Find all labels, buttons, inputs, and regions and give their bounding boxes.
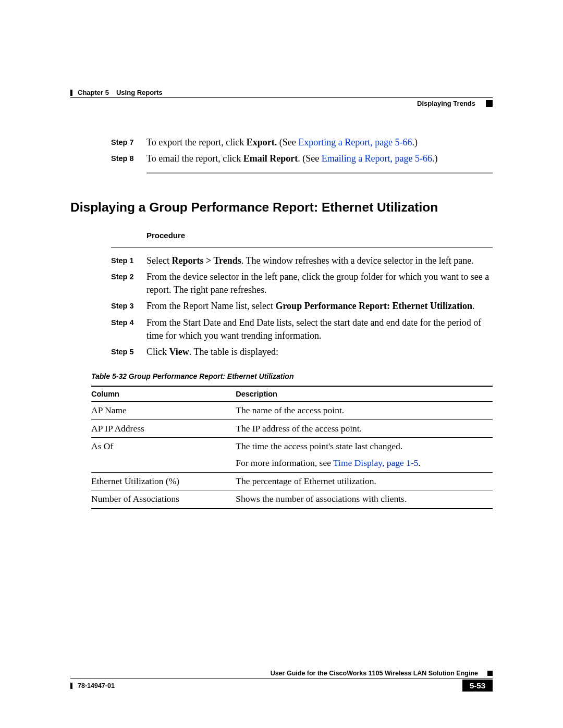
text-fragment: Reports > Trends	[172, 255, 241, 266]
text-fragment: From the device selector in the left pan…	[146, 272, 489, 295]
page-number: 5-53	[462, 680, 493, 692]
step-label: Step 5	[111, 346, 146, 359]
footer-guide-title: User Guide for the CiscoWorks 1105 Wirel…	[271, 670, 478, 677]
table-cell-description: Shows the number of associations with cl…	[236, 490, 493, 509]
step-text: From the Start Date and End Date lists, …	[146, 316, 493, 342]
section-divider	[146, 172, 493, 174]
table-cell-column: AP IP Address	[91, 419, 236, 438]
running-header: Chapter 5 Using Reports	[70, 89, 493, 98]
text-fragment: From the Start Date and End Date lists, …	[146, 317, 481, 341]
header-marker-icon	[70, 90, 72, 96]
chapter-title: Using Reports	[116, 89, 163, 96]
cross-reference-link[interactable]: Exporting a Report, page 5-66	[298, 137, 412, 147]
text-fragment: The percentage of Ethernet utilization.	[236, 476, 376, 486]
step-text: Select Reports > Trends. The window refr…	[146, 254, 493, 267]
table-row: AP IP AddressThe IP address of the acces…	[91, 419, 493, 438]
text-fragment: Select	[146, 255, 172, 266]
step-row: Step 3From the Report Name list, select …	[111, 300, 493, 313]
step-text: To email the report, click Email Report.…	[146, 152, 493, 165]
table-row: AP NameThe name of the access point.	[91, 402, 493, 420]
section-heading: Displaying a Group Performance Report: E…	[70, 200, 493, 215]
text-fragment: View	[169, 347, 189, 357]
document-page: Chapter 5 Using Reports Displaying Trend…	[0, 0, 563, 728]
page-footer: User Guide for the CiscoWorks 1105 Wirel…	[70, 670, 493, 692]
table-header-description: Description	[236, 386, 493, 402]
text-fragment: To email the report, click	[146, 153, 243, 164]
step-label: Step 3	[111, 300, 146, 313]
table-cell-column: Ethernet Utilization (%)	[91, 472, 236, 490]
sub-header: Displaying Trends	[70, 100, 493, 107]
text-fragment: .)	[432, 153, 438, 164]
table-cell-description: The percentage of Ethernet utilization.	[236, 472, 493, 490]
step-text: Click View. The table is displayed:	[146, 346, 493, 359]
text-fragment: The time the access point's state last c…	[236, 441, 402, 451]
text-fragment: For more information, see	[236, 458, 333, 468]
procedure-rule	[111, 247, 493, 248]
step-label: Step 4	[111, 316, 146, 342]
text-fragment: Group Performance Report: Ethernet Utili…	[275, 301, 472, 311]
text-fragment: . (See	[298, 153, 321, 164]
text-fragment: The name of the access point.	[236, 405, 344, 415]
step-label: Step 7	[111, 136, 146, 149]
text-fragment: From the Report Name list, select	[146, 301, 275, 311]
doc-number: 78-14947-01	[78, 682, 115, 689]
step-row: Step 4From the Start Date and End Date l…	[111, 316, 493, 342]
text-fragment: To export the report, click	[146, 137, 247, 147]
step-text: From the device selector in the left pan…	[146, 270, 493, 297]
table-cell-description: The name of the access point.	[236, 402, 493, 420]
text-fragment: (See	[277, 137, 298, 147]
step-row: Step 1Select Reports > Trends. The windo…	[111, 254, 493, 267]
text-fragment: .	[472, 301, 475, 311]
text-fragment: .)	[412, 137, 418, 147]
table-caption: Table 5-32 Group Performance Report: Eth…	[91, 372, 493, 380]
text-fragment: .	[418, 458, 420, 468]
table-cell-column: As Of	[91, 438, 236, 472]
table-cell-description: The time the access point's state last c…	[236, 438, 493, 472]
procedure-label: Procedure	[146, 231, 493, 240]
text-fragment: . The window refreshes with a device sel…	[241, 255, 474, 266]
step-label: Step 2	[111, 270, 146, 297]
footer-square-icon	[487, 671, 493, 676]
table-cell-column: Number of Associations	[91, 490, 236, 509]
section-label: Displaying Trends	[417, 100, 475, 107]
step-row: Step 7To export the report, click Export…	[111, 136, 493, 149]
procedure-steps-block: Step 1Select Reports > Trends. The windo…	[70, 254, 493, 359]
table-row: As OfThe time the access point's state l…	[91, 438, 493, 472]
step-text: From the Report Name list, select Group …	[146, 300, 493, 313]
table-header-column: Column	[91, 386, 236, 402]
text-fragment: Export.	[247, 137, 277, 147]
step-row: Step 8To email the report, click Email R…	[111, 152, 493, 165]
table-row: Number of AssociationsShows the number o…	[91, 490, 493, 509]
report-column-table: Column Description AP NameThe name of th…	[91, 386, 493, 509]
table-row: Ethernet Utilization (%)The percentage o…	[91, 472, 493, 490]
text-fragment: . The table is displayed:	[189, 347, 278, 357]
square-marker-icon	[486, 100, 493, 107]
text-fragment: Shows the number of associations with cl…	[236, 493, 407, 504]
text-fragment: Email Report	[243, 153, 298, 164]
top-steps-block: Step 7To export the report, click Export…	[70, 136, 493, 165]
text-fragment: The IP address of the access point.	[236, 423, 362, 434]
step-row: Step 5Click View. The table is displayed…	[111, 346, 493, 359]
table-cell-description: The IP address of the access point.	[236, 419, 493, 438]
table-cell-column: AP Name	[91, 402, 236, 420]
footer-marker-icon	[70, 683, 72, 689]
step-label: Step 8	[111, 152, 146, 165]
step-label: Step 1	[111, 254, 146, 267]
cross-reference-link[interactable]: Emailing a Report, page 5-66	[322, 153, 432, 164]
text-fragment: Click	[146, 347, 169, 357]
chapter-number: Chapter 5	[78, 89, 109, 96]
cross-reference-link[interactable]: Time Display, page 1-5	[333, 458, 418, 468]
step-row: Step 2From the device selector in the le…	[111, 270, 493, 297]
step-text: To export the report, click Export. (See…	[146, 136, 493, 149]
